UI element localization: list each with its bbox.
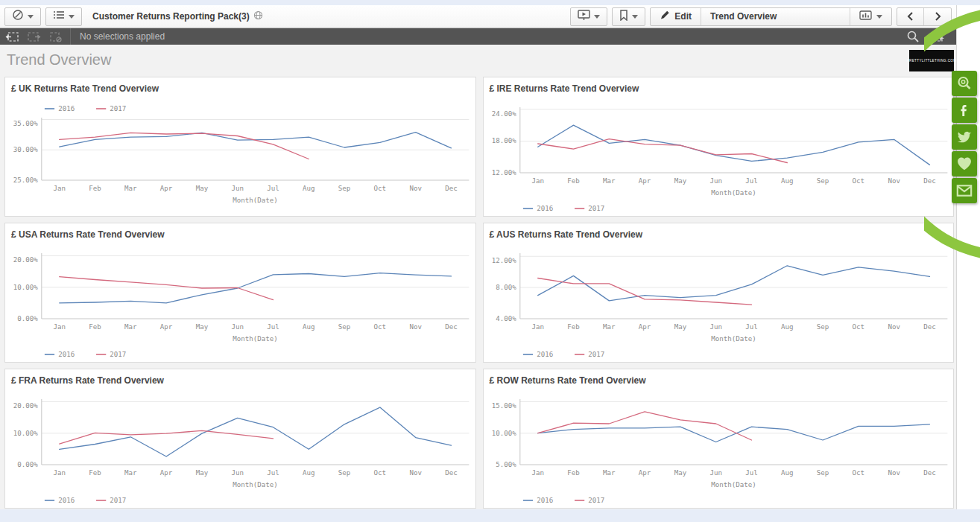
svg-text:Dec: Dec <box>923 469 936 477</box>
svg-text:Mar: Mar <box>603 469 616 477</box>
svg-text:Dec: Dec <box>923 323 936 331</box>
svg-text:Aug: Aug <box>781 177 794 185</box>
svg-text:2017: 2017 <box>110 105 126 112</box>
svg-text:May: May <box>196 323 209 331</box>
svg-text:Jan: Jan <box>531 323 544 331</box>
clear-selections-icon[interactable] <box>49 31 63 42</box>
selections-tool-icon[interactable] <box>932 31 946 42</box>
svg-text:Month(Date): Month(Date) <box>233 481 278 488</box>
app-options-button[interactable] <box>45 7 82 26</box>
svg-text:Jul: Jul <box>745 469 758 477</box>
svg-text:Sep: Sep <box>816 177 829 185</box>
svg-text:Jun: Jun <box>709 177 722 185</box>
svg-text:10.00%: 10.00% <box>491 430 516 437</box>
svg-text:Month(Date): Month(Date) <box>711 481 756 488</box>
sheet-navigation-group <box>897 7 952 26</box>
svg-text:25.00%: 25.00% <box>13 176 39 184</box>
app-title: Customer Returns Reporting Pack(3) <box>92 10 263 22</box>
next-sheet-button[interactable] <box>924 8 951 25</box>
svg-text:Sep: Sep <box>338 469 351 477</box>
svg-text:Month(Date): Month(Date) <box>711 335 756 343</box>
svg-text:10.00%: 10.00% <box>13 430 39 437</box>
storytelling-button[interactable] <box>570 7 607 26</box>
svg-text:May: May <box>674 469 686 477</box>
step-back-icon[interactable] <box>4 31 19 42</box>
bookmarks-button[interactable] <box>612 7 645 26</box>
svg-text:Apr: Apr <box>638 469 651 477</box>
chevron-down-icon <box>632 15 638 19</box>
svg-text:Jul: Jul <box>267 469 279 477</box>
svg-text:2016: 2016 <box>58 497 75 504</box>
globe-icon <box>253 10 263 22</box>
svg-text:12.00%: 12.00% <box>491 257 516 264</box>
svg-text:24.00%: 24.00% <box>491 110 516 118</box>
svg-text:Aug: Aug <box>303 323 315 331</box>
svg-text:Aug: Aug <box>303 185 315 192</box>
svg-text:Oct: Oct <box>374 469 387 477</box>
svg-text:Dec: Dec <box>445 323 458 331</box>
svg-text:Nov: Nov <box>888 469 900 477</box>
svg-text:Dec: Dec <box>923 177 936 185</box>
svg-text:2017: 2017 <box>588 351 604 358</box>
svg-text:Nov: Nov <box>409 323 422 331</box>
zoom-magnifier-icon <box>956 75 973 92</box>
chart-title: £ IRE Returns Rate Trend Overview <box>484 77 954 98</box>
svg-text:Oct: Oct <box>852 469 864 477</box>
edit-button[interactable]: Edit <box>651 8 701 25</box>
previous-sheet-button[interactable] <box>897 8 924 25</box>
svg-text:Nov: Nov <box>888 323 900 331</box>
facebook-button[interactable] <box>952 98 977 123</box>
step-forward-icon[interactable] <box>27 31 42 42</box>
email-button[interactable] <box>952 178 977 203</box>
svg-text:Apr: Apr <box>638 177 651 185</box>
chart-card-ire[interactable]: £ IRE Returns Rate Trend Overview12.00%1… <box>483 77 955 217</box>
svg-text:Aug: Aug <box>781 323 794 331</box>
chart-card-uk[interactable]: £ UK Returns Rate Trend Overview25.00%30… <box>4 77 476 217</box>
selection-history-group <box>4 28 71 45</box>
chart-card-aus[interactable]: £ AUS Returns Rate Trend Overview4.00%8.… <box>483 223 955 363</box>
svg-text:Mar: Mar <box>124 469 137 477</box>
svg-text:2016: 2016 <box>537 351 553 358</box>
sheet-list-button[interactable] <box>850 8 891 25</box>
svg-text:Mar: Mar <box>124 323 137 331</box>
sheet-selector[interactable]: Trend Overview <box>701 8 850 25</box>
svg-text:18.00%: 18.00% <box>491 137 516 144</box>
chevron-down-icon <box>28 15 34 19</box>
svg-text:8.00%: 8.00% <box>496 284 516 291</box>
svg-text:Oct: Oct <box>374 323 387 331</box>
chart-card-fra[interactable]: £ FRA Returns Rate Trend Overview0.00%10… <box>4 369 476 509</box>
svg-text:Nov: Nov <box>888 177 900 185</box>
svg-text:Jun: Jun <box>709 323 722 331</box>
svg-text:2016: 2016 <box>58 105 75 112</box>
heart-button[interactable] <box>952 151 977 176</box>
zoom-magnifier-button[interactable] <box>952 71 977 96</box>
share-sidebar <box>952 71 977 203</box>
chevron-down-icon <box>594 15 600 19</box>
sheet-chart-icon <box>859 10 872 23</box>
selections-bar-right <box>906 30 952 43</box>
twitter-button[interactable] <box>952 124 977 150</box>
svg-text:Aug: Aug <box>303 469 315 477</box>
svg-text:Nov: Nov <box>409 469 422 477</box>
navigation-menu-button[interactable] <box>4 7 41 26</box>
svg-text:Feb: Feb <box>567 323 580 331</box>
svg-text:20.00%: 20.00% <box>13 256 39 264</box>
svg-text:Jul: Jul <box>745 177 758 185</box>
svg-text:4.00%: 4.00% <box>496 315 516 322</box>
svg-text:Jun: Jun <box>231 323 244 331</box>
svg-text:Jan: Jan <box>531 177 544 185</box>
svg-text:Sep: Sep <box>816 323 829 331</box>
svg-text:Jan: Jan <box>53 185 66 192</box>
selections-bar: No selections applied <box>0 28 956 45</box>
svg-text:2017: 2017 <box>110 497 126 504</box>
svg-text:Apr: Apr <box>638 323 651 331</box>
chart-card-usa[interactable]: £ USA Returns Rate Trend Overview0.00%10… <box>4 223 476 363</box>
host-page-bottom-strip <box>0 509 980 522</box>
smart-search-icon[interactable] <box>906 30 920 43</box>
svg-text:2017: 2017 <box>588 205 604 212</box>
chart-card-row[interactable]: £ ROW Returns Rate Trend Overview5.00%10… <box>483 369 955 509</box>
svg-text:May: May <box>196 185 209 192</box>
svg-text:20.00%: 20.00% <box>13 402 39 410</box>
svg-text:0.00%: 0.00% <box>17 461 38 468</box>
chart-title: £ ROW Returns Rate Trend Overview <box>484 369 954 390</box>
